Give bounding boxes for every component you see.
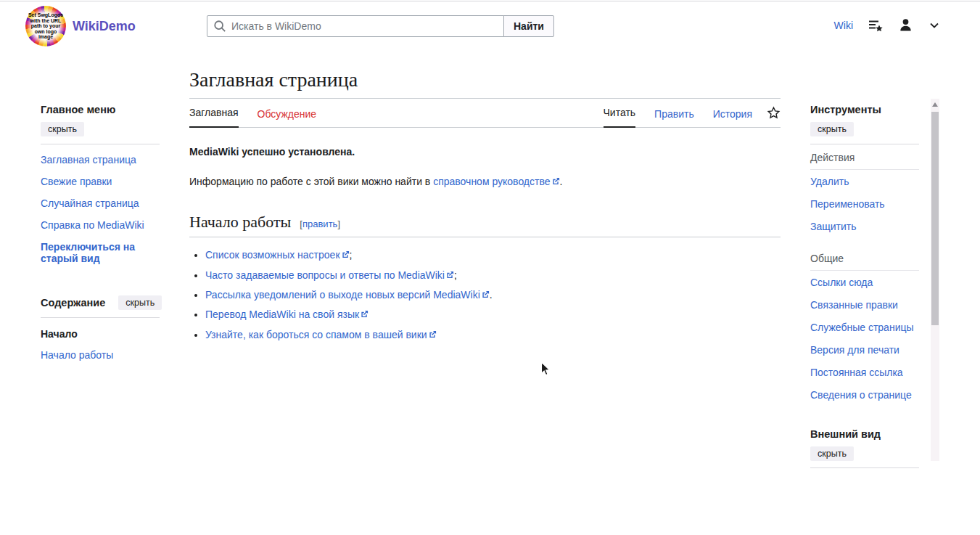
header-user-area: Wiki	[834, 17, 940, 33]
wiki-user-link[interactable]: Wiki	[834, 20, 853, 31]
chevron-down-icon[interactable]	[928, 20, 940, 31]
external-link-icon	[342, 250, 350, 258]
tools-item-printable-version[interactable]: Версия для печати	[810, 338, 919, 361]
site-logo[interactable]: Set SwgLogos with the URL path to your o…	[25, 6, 66, 46]
tab-bar: Заглавная Обсуждение Читать Править Исто…	[189, 100, 781, 128]
tools-item-page-information[interactable]: Сведения о странице	[810, 383, 919, 406]
namespace-tabs: Заглавная Обсуждение	[189, 100, 316, 127]
search-box[interactable]	[207, 15, 504, 37]
external-link-icon	[429, 330, 437, 338]
tools-item-special-pages[interactable]: Служебные страницы	[810, 316, 919, 338]
toc-title: Содержание	[41, 297, 105, 309]
sidebar-item-switch-old-look[interactable]: Переключиться на старый вид	[41, 236, 160, 269]
main-menu-hide-button[interactable]: скрыть	[41, 122, 84, 136]
faq-link[interactable]: Часто задаваемые вопросы и ответы по Med…	[205, 269, 454, 281]
intro-paragraph: Информацию по работе с этой вики можно н…	[189, 174, 781, 189]
sidebar-item-mediawiki-help[interactable]: Справка по MediaWiki	[41, 214, 160, 236]
tools-hide-button[interactable]: скрыть	[810, 122, 854, 136]
external-link-icon	[482, 290, 490, 298]
appearance-hide-button[interactable]: скрыть	[810, 446, 854, 461]
help-contents-link[interactable]: справочном руководстве	[433, 176, 559, 187]
tab-page[interactable]: Заглавная	[189, 100, 239, 128]
site-title[interactable]: WikiDemo	[73, 19, 136, 34]
tools-group-general: Общие	[810, 245, 919, 271]
star-icon[interactable]	[767, 106, 781, 128]
tab-read[interactable]: Читать	[604, 100, 636, 128]
tools-title: Инструменты	[810, 104, 919, 115]
getting-started-list: Список возможных настроек; Часто задавае…	[193, 248, 781, 341]
sidebar-item-random-page[interactable]: Случайная страница	[41, 192, 160, 214]
toc-header: Содержание скрыть	[41, 295, 160, 310]
release-mailing-list-link[interactable]: Рассылка уведомлений о выходе новых верс…	[205, 289, 490, 301]
tools-sidebar: Инструменты скрыть Действия Удалить Пере…	[810, 104, 919, 468]
divider	[41, 144, 160, 144]
user-icon[interactable]	[898, 17, 913, 33]
sidebar-item-recent-changes[interactable]: Свежие правки	[41, 171, 160, 192]
settings-list-link[interactable]: Список возможных настроек	[205, 249, 350, 261]
left-sidebar: Главное меню скрыть Заглавная страница С…	[41, 104, 160, 366]
search-icon	[213, 20, 226, 33]
search-input[interactable]	[231, 20, 503, 32]
main-menu-title: Главное меню	[41, 104, 160, 115]
external-link-icon	[361, 310, 368, 318]
page-title: Заглавная страница	[189, 64, 781, 99]
tab-edit[interactable]: Править	[654, 102, 694, 128]
toc-section-start[interactable]: Начало	[41, 322, 160, 344]
scrollbar-up-icon[interactable]	[931, 99, 939, 110]
edit-link[interactable]: править	[302, 219, 337, 229]
tools-item-what-links-here[interactable]: Ссылки сюда	[810, 271, 919, 293]
mediawiki-page: Set SwgLogos with the URL path to your o…	[0, 0, 980, 535]
search-bar: Найти	[207, 15, 554, 37]
appearance-section: Внешний вид скрыть	[810, 428, 919, 468]
scrollbar-thumb[interactable]	[931, 112, 939, 325]
section-title: Начало работы	[189, 211, 291, 234]
sidebar-item-main-page[interactable]: Заглавная страница	[41, 149, 160, 171]
list-item: Рассылка уведомлений о выходе новых верс…	[205, 287, 781, 302]
tools-item-protect[interactable]: Защитить	[810, 215, 919, 237]
tools-group-actions: Действия	[810, 144, 919, 170]
external-link-icon	[552, 177, 560, 185]
tools-item-delete[interactable]: Удалить	[810, 170, 919, 192]
watchlist-icon[interactable]	[868, 18, 883, 33]
toc-hide-button[interactable]: скрыть	[118, 295, 162, 310]
tools-item-permanent-link[interactable]: Постоянная ссылка	[810, 361, 919, 383]
list-item: Перевод MediaWiki на свой язык	[205, 307, 781, 322]
divider	[41, 317, 160, 318]
tools-item-related-changes[interactable]: Связанные правки	[810, 293, 919, 316]
main-content: Заглавная страница Заглавная Обсуждение …	[189, 64, 781, 347]
mouse-cursor	[540, 362, 552, 377]
list-item: Часто задаваемые вопросы и ответы по Med…	[205, 268, 781, 282]
install-success-text: MediaWiki успешно установлена.	[189, 144, 781, 159]
external-link-icon	[446, 271, 454, 279]
appearance-title: Внешний вид	[810, 428, 919, 440]
section-edit-link: [править]	[300, 218, 340, 232]
search-button[interactable]: Найти	[503, 15, 554, 37]
window-top-border	[0, 1, 980, 1]
section-heading-row: Начало работы [править]	[189, 211, 781, 238]
tab-discussion[interactable]: Обсуждение	[258, 102, 317, 128]
tab-history[interactable]: История	[713, 102, 752, 128]
localise-link[interactable]: Перевод MediaWiki на свой язык	[205, 309, 368, 320]
list-item: Список возможных настроек;	[205, 248, 781, 262]
view-tabs: Читать Править История	[604, 100, 781, 127]
tools-item-move[interactable]: Переименовать	[810, 192, 919, 215]
site-logo-placeholder-text: Set SwgLogos with the URL path to your o…	[28, 12, 64, 40]
list-item: Узнайте, как бороться со спамом в вашей …	[205, 327, 781, 342]
article-body: MediaWiki успешно установлена. Информаци…	[189, 128, 781, 342]
combat-spam-link[interactable]: Узнайте, как бороться со спамом в вашей …	[205, 329, 437, 340]
toc-item-getting-started[interactable]: Начало работы	[41, 344, 160, 366]
